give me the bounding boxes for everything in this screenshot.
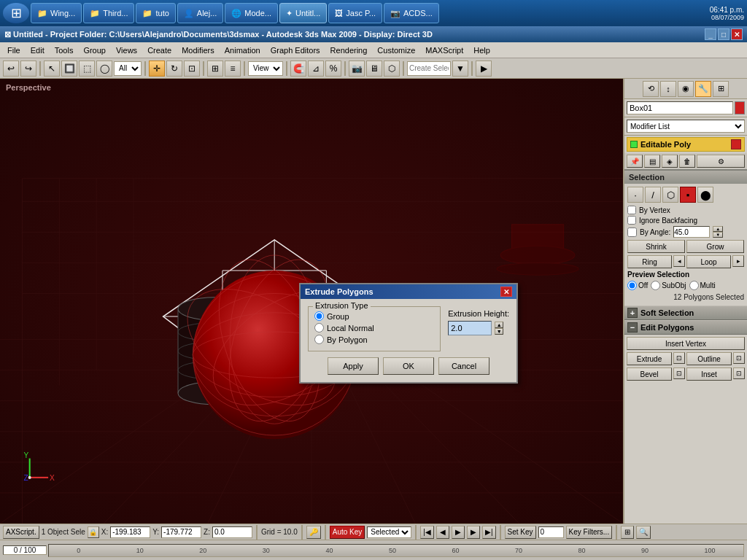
- vertex-icon[interactable]: ·: [627, 187, 643, 203]
- menu-file[interactable]: File: [3, 44, 25, 56]
- modifier-list-dropdown[interactable]: Modifier List: [627, 120, 745, 133]
- select-by-name-button[interactable]: 🔲: [61, 61, 77, 77]
- taskbar-app-alej[interactable]: 👤Alej...: [177, 3, 224, 23]
- axscript-label[interactable]: AXScript.: [3, 526, 39, 539]
- taskbar-app-acds[interactable]: 📷ACDS...: [384, 3, 439, 23]
- panel-icon-5[interactable]: ⊞: [713, 81, 729, 97]
- selected-dropdown[interactable]: Selected: [367, 526, 411, 538]
- ok-button[interactable]: OK: [383, 357, 434, 375]
- spinner-down-button[interactable]: ▼: [495, 328, 503, 335]
- spinner-up-button[interactable]: ▲: [495, 322, 503, 328]
- inset-button[interactable]: Inset: [686, 368, 732, 381]
- circular-select-button[interactable]: ◯: [96, 61, 112, 77]
- menu-group[interactable]: Group: [79, 44, 110, 56]
- next-frame-button[interactable]: ▶: [467, 526, 480, 539]
- menu-help[interactable]: Help: [469, 44, 495, 56]
- preview-off-radio[interactable]: [627, 281, 637, 290]
- auto-key-button[interactable]: Auto Key: [330, 526, 365, 539]
- panel-icon-display[interactable]: ◉: [678, 81, 694, 97]
- menu-views[interactable]: Views: [112, 44, 142, 56]
- polygon-icon[interactable]: ▪: [680, 187, 696, 203]
- bevel-settings-button[interactable]: ⊡: [673, 368, 685, 379]
- redo-button[interactable]: ↪: [20, 61, 36, 77]
- by-angle-input[interactable]: [673, 226, 710, 238]
- render-button[interactable]: 🖥: [366, 61, 382, 77]
- start-button[interactable]: ⊞: [3, 3, 29, 23]
- bevel-button[interactable]: Bevel: [627, 368, 672, 381]
- angle-spinner-up[interactable]: ▲: [713, 226, 723, 232]
- viewport[interactable]: Perspective: [0, 79, 623, 524]
- prev-frame-button[interactable]: ◀: [436, 526, 449, 539]
- angle-snap-button[interactable]: ⊿: [308, 61, 324, 77]
- edge-icon[interactable]: /: [645, 187, 661, 203]
- taskbar-app-mode[interactable]: 🌐Mode...: [225, 3, 278, 23]
- angle-spinner-down[interactable]: ▼: [713, 232, 723, 238]
- object-name-input[interactable]: [627, 101, 733, 114]
- set-key-button[interactable]: Set Key: [505, 526, 536, 539]
- play-button[interactable]: ▶: [452, 526, 465, 539]
- element-icon[interactable]: ⬤: [697, 187, 713, 203]
- undo-button[interactable]: ↩: [3, 61, 19, 77]
- panel-icon-hierarchy[interactable]: ⟲: [643, 81, 659, 97]
- radio-local-normal-button[interactable]: [314, 323, 324, 332]
- ignore-backfacing-checkbox[interactable]: [627, 216, 636, 225]
- panel-icon-utility[interactable]: 🔧: [695, 81, 711, 97]
- maximize-button[interactable]: □: [718, 28, 729, 40]
- menu-animation[interactable]: Animation: [220, 44, 265, 56]
- extrude-settings-button[interactable]: ⊡: [673, 352, 685, 364]
- material-editor-button[interactable]: ⬡: [384, 61, 400, 77]
- shrink-button[interactable]: Shrink: [627, 240, 685, 253]
- border-icon[interactable]: ⬡: [662, 187, 678, 203]
- loop-arrow-right[interactable]: ▸: [732, 255, 744, 267]
- remove-modifier-button[interactable]: 🗑: [679, 155, 695, 168]
- outline-button[interactable]: Outline: [686, 352, 732, 365]
- camera-button[interactable]: 📷: [349, 61, 365, 77]
- timeline-bar[interactable]: 0 10 20 30 40 50 60 70 80 90 100: [48, 544, 744, 557]
- editable-poly-modifier[interactable]: Editable Poly: [627, 137, 745, 152]
- object-color-swatch[interactable]: [735, 101, 745, 114]
- insert-vertex-button[interactable]: Insert Vertex: [627, 337, 745, 350]
- inset-settings-button[interactable]: ⊡: [733, 368, 745, 379]
- show-result-button[interactable]: ▤: [644, 155, 660, 168]
- selection-type-select[interactable]: All: [114, 61, 142, 76]
- minimize-button[interactable]: _: [705, 28, 716, 40]
- y-coordinate-input[interactable]: [161, 526, 201, 538]
- grow-button[interactable]: Grow: [686, 240, 744, 253]
- make-unique-button[interactable]: ◈: [662, 155, 678, 168]
- align-button[interactable]: ≡: [225, 61, 241, 77]
- menu-create[interactable]: Create: [143, 44, 176, 56]
- z-coordinate-input[interactable]: [212, 526, 252, 538]
- taskbar-app-untitled[interactable]: ✦Untitl...: [279, 3, 327, 23]
- go-start-button[interactable]: |◀: [420, 526, 434, 539]
- loop-button[interactable]: Loop: [686, 255, 731, 268]
- key-filters-button[interactable]: Key Filters...: [566, 526, 613, 539]
- ring-arrow-left[interactable]: ◂: [673, 255, 685, 267]
- taskbar-app-wing[interactable]: 📁Wing...: [31, 3, 82, 23]
- cancel-button[interactable]: Cancel: [438, 357, 489, 375]
- select-rotate-button[interactable]: ↻: [166, 61, 182, 77]
- mirror-button[interactable]: ⊞: [207, 61, 223, 77]
- menu-tools[interactable]: Tools: [50, 44, 78, 56]
- play-anim-button[interactable]: ▶: [476, 61, 492, 77]
- extrude-button[interactable]: Extrude: [627, 352, 672, 365]
- soft-selection-header[interactable]: + Soft Selection: [624, 306, 747, 320]
- menu-modifiers[interactable]: Modifiers: [177, 44, 219, 56]
- extrusion-height-input[interactable]: [448, 321, 492, 335]
- by-angle-checkbox[interactable]: [627, 228, 637, 237]
- frame-number-input[interactable]: [538, 526, 564, 538]
- reference-coord-select[interactable]: View: [248, 61, 283, 76]
- x-coordinate-input[interactable]: [110, 526, 150, 538]
- outline-settings-button[interactable]: ⊡: [733, 352, 745, 364]
- rectangular-select-button[interactable]: ⬚: [79, 61, 95, 77]
- menu-rendering[interactable]: Rendering: [326, 44, 372, 56]
- by-vertex-checkbox[interactable]: [627, 206, 636, 214]
- go-end-button[interactable]: ▶|: [482, 526, 496, 539]
- menu-graph-editors[interactable]: Graph Editors: [266, 44, 325, 56]
- radio-by-polygon-button[interactable]: [314, 335, 324, 344]
- ring-button[interactable]: Ring: [627, 255, 672, 268]
- panel-icon-motion[interactable]: ↕: [660, 81, 676, 97]
- menu-maxscript[interactable]: MAXScript: [421, 44, 468, 56]
- taskbar-app-jasc[interactable]: 🖼Jasc P...: [328, 3, 382, 23]
- zoom-button[interactable]: 🔍: [636, 526, 651, 539]
- taskbar-app-third[interactable]: 📁Third...: [83, 3, 134, 23]
